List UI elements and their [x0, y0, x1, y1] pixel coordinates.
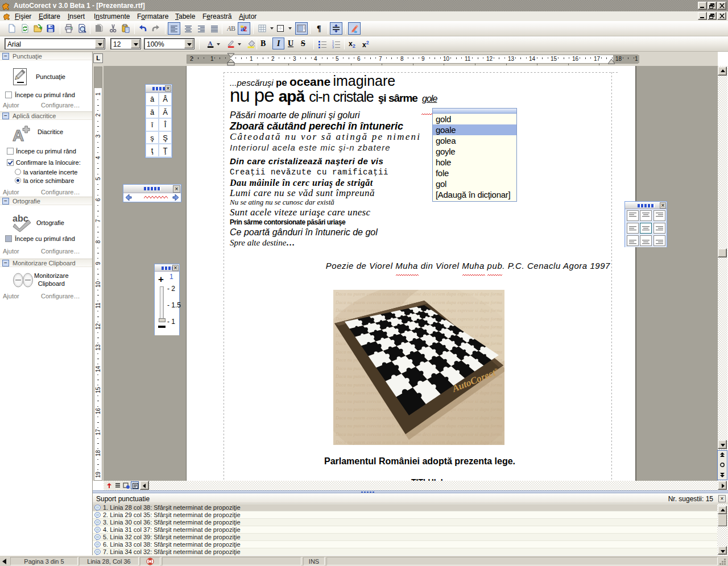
svg-text:A: A — [208, 40, 213, 47]
svg-text:Daca nu putem corecta textele: Daca nu putem corecta textele in noi ins… — [335, 292, 502, 297]
svg-text:ž: ž — [243, 24, 247, 33]
svg-text:3: 3 — [332, 45, 334, 49]
svg-text:A: A — [13, 127, 24, 143]
svg-text:B: B — [231, 24, 235, 32]
svg-text:abc: abc — [13, 214, 28, 223]
svg-text:¶: ¶ — [317, 24, 321, 33]
svg-text:Daca nu putem corecta textele: Daca nu putem corecta textele in noi ins… — [335, 440, 502, 445]
